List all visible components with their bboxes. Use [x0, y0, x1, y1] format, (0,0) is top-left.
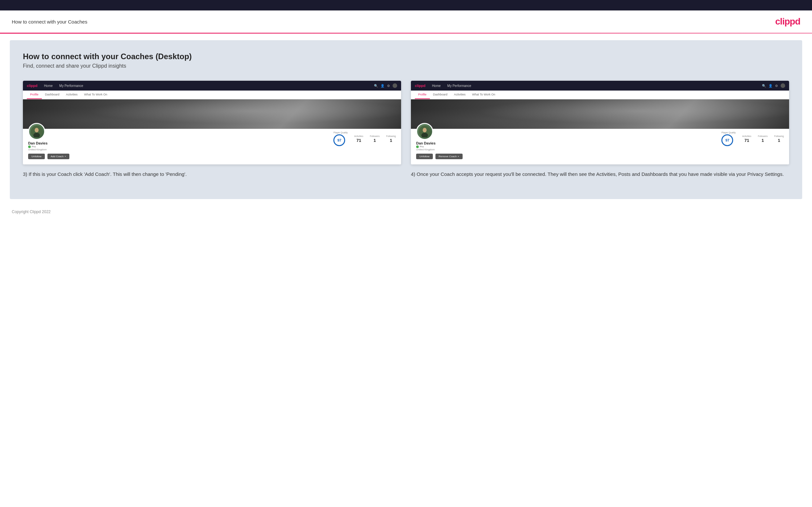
activities-label-left: Activities — [354, 135, 363, 137]
tab-profile-right[interactable]: Profile — [415, 91, 430, 99]
mock-user-role-right: Pro — [416, 145, 463, 148]
mock-user-info-right: Dan Davies Pro United Kingdom — [416, 141, 463, 151]
footer: Copyright Clippd 2022 — [0, 206, 812, 218]
header-title: How to connect with your Coaches — [12, 19, 87, 24]
unfollow-button-left[interactable]: Unfollow — [28, 154, 45, 159]
unfollow-button-right[interactable]: Unfollow — [416, 154, 433, 159]
mock-buttons-right: Unfollow Remove Coach × — [416, 154, 463, 159]
top-bar — [0, 0, 812, 10]
remove-coach-button-right[interactable]: Remove Coach × — [436, 154, 463, 159]
mock-tabs-left: Profile Dashboard Activities What To Wor… — [23, 91, 401, 99]
quality-circle-right: 97 — [721, 134, 733, 146]
mock-nav-perf-right: My Performance — [447, 84, 471, 88]
activities-value-right: 71 — [742, 138, 752, 143]
activities-label-right: Activities — [742, 135, 752, 137]
mock-stats-left: Player Quality 97 Activities 71 Follower… — [74, 131, 396, 146]
tab-whattoworkon-right[interactable]: What To Work On — [469, 91, 499, 99]
footer-text: Copyright Clippd 2022 — [12, 210, 51, 214]
tab-activities-right[interactable]: Activities — [451, 91, 469, 99]
search-icon-left: 🔍 — [374, 84, 378, 88]
mock-user-role-left: Pro — [28, 145, 69, 148]
mock-nav-right-left: 🔍 👤 ⚙ — [374, 83, 397, 88]
mock-stat-quality-left: Player Quality 97 — [334, 131, 348, 146]
mock-avatar-left — [28, 123, 45, 140]
screenshots-row: clippd Home My Performance 🔍 👤 ⚙ Profile… — [23, 81, 789, 178]
mock-nav-right: clippd Home My Performance 🔍 👤 ⚙ — [411, 81, 789, 91]
settings-icon-right: ⚙ — [775, 84, 778, 88]
logo: clippd — [775, 16, 800, 27]
followers-label-left: Followers — [370, 135, 379, 137]
mock-stat-followers-right: Followers 1 — [758, 135, 767, 143]
mock-nav-perf-left: My Performance — [59, 84, 83, 88]
mock-stat-following-right: Following 1 — [774, 135, 784, 143]
tab-dashboard-left[interactable]: Dashboard — [42, 91, 63, 99]
mock-nav-left: clippd Home My Performance 🔍 👤 ⚙ — [23, 81, 401, 91]
mock-stat-activities-left: Activities 71 — [354, 135, 363, 143]
check-icon-left — [28, 146, 31, 148]
mock-tabs-right: Profile Dashboard Activities What To Wor… — [411, 91, 789, 99]
mock-hero-right — [411, 99, 789, 129]
mock-hero-overlay-right — [411, 99, 789, 129]
header: How to connect with your Coaches clippd — [0, 10, 812, 33]
mock-username-left: Dan Davies — [28, 141, 69, 145]
following-value-right: 1 — [774, 138, 784, 143]
tab-whattoworkon-left[interactable]: What To Work On — [81, 91, 111, 99]
search-icon-right: 🔍 — [762, 84, 766, 88]
tab-dashboard-right[interactable]: Dashboard — [430, 91, 451, 99]
mock-stat-following-left: Following 1 — [386, 135, 396, 143]
add-coach-button-left[interactable]: Add Coach + — [47, 154, 69, 159]
mock-username-right: Dan Davies — [416, 141, 463, 145]
caption-left: 3) If this is your Coach click 'Add Coac… — [23, 170, 401, 178]
following-label-right: Following — [774, 135, 784, 137]
check-icon-right — [416, 146, 419, 148]
mock-stat-activities-right: Activities 71 — [742, 135, 752, 143]
screenshot-right-col: clippd Home My Performance 🔍 👤 ⚙ Profile… — [411, 81, 789, 178]
following-value-left: 1 — [386, 138, 396, 143]
avatar-icon-right — [780, 83, 785, 88]
page-heading: How to connect with your Coaches (Deskto… — [23, 52, 789, 61]
mock-stats-right: Player Quality 97 Activities 71 Follower… — [468, 131, 784, 146]
header-divider — [0, 33, 812, 34]
mock-nav-home-right: Home — [432, 84, 441, 88]
main-content: How to connect with your Coaches (Deskto… — [10, 40, 802, 199]
caption-right: 4) Once your Coach accepts your request … — [411, 170, 789, 178]
mock-avatar-right — [416, 123, 433, 140]
screenshot-left-col: clippd Home My Performance 🔍 👤 ⚙ Profile… — [23, 81, 401, 178]
screenshot-left: clippd Home My Performance 🔍 👤 ⚙ Profile… — [23, 81, 401, 164]
tab-activities-left[interactable]: Activities — [63, 91, 81, 99]
following-label-left: Following — [386, 135, 396, 137]
settings-icon-left: ⚙ — [387, 84, 390, 88]
person-icon-right: 👤 — [768, 84, 772, 88]
mock-nav-home-left: Home — [44, 84, 53, 88]
followers-label-right: Followers — [758, 135, 767, 137]
mock-user-info-left: Dan Davies Pro United Kingdom — [28, 141, 69, 151]
mock-profile-section-left: Dan Davies Pro United Kingdom Unfollow A… — [23, 129, 401, 164]
mock-hero-left — [23, 99, 401, 129]
mock-user-location-left: United Kingdom — [28, 148, 69, 151]
tab-profile-left[interactable]: Profile — [27, 91, 42, 99]
plus-icon-left: + — [64, 155, 66, 158]
mock-hero-overlay-left — [23, 99, 401, 129]
mock-logo-right: clippd — [415, 84, 425, 88]
quality-label-left: Player Quality — [334, 131, 348, 134]
quality-circle-left: 97 — [334, 134, 345, 146]
mock-stat-quality-right: Player Quality 97 — [721, 131, 736, 146]
followers-value-right: 1 — [758, 138, 767, 143]
mock-nav-right-right: 🔍 👤 ⚙ — [762, 83, 785, 88]
mock-logo-left: clippd — [27, 84, 37, 88]
mock-stat-followers-left: Followers 1 — [370, 135, 379, 143]
avatar-icon-left — [393, 83, 397, 88]
mock-profile-section-right: Dan Davies Pro United Kingdom Unfollow R… — [411, 129, 789, 164]
svg-point-4 — [423, 128, 426, 132]
page-subheading: Find, connect and share your Clippd insi… — [23, 63, 789, 69]
person-icon-left: 👤 — [380, 84, 385, 88]
followers-value-left: 1 — [370, 138, 379, 143]
svg-point-1 — [35, 128, 39, 132]
activities-value-left: 71 — [354, 138, 363, 143]
quality-label-right: Player Quality — [721, 131, 736, 134]
x-icon-right: × — [458, 155, 459, 158]
mock-user-location-right: United Kingdom — [416, 148, 463, 151]
screenshot-right: clippd Home My Performance 🔍 👤 ⚙ Profile… — [411, 81, 789, 164]
mock-buttons-left: Unfollow Add Coach + — [28, 154, 69, 159]
